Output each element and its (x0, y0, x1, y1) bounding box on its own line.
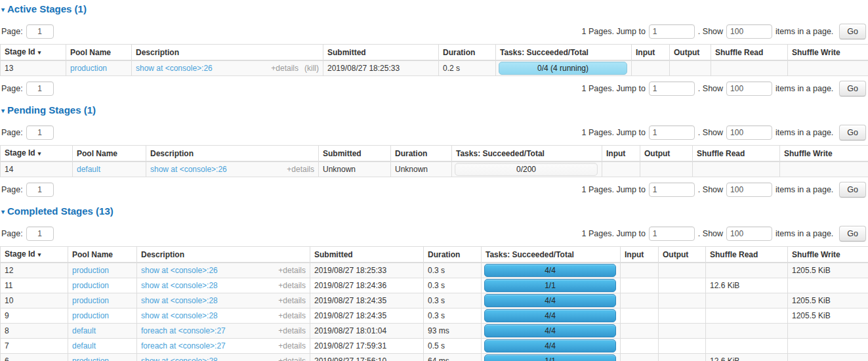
pool-link[interactable]: production (70, 64, 107, 73)
page-number-input[interactable] (26, 81, 54, 96)
details-toggle[interactable]: +details (278, 326, 306, 335)
pages-info-text: 1 Pages. Jump to (582, 229, 646, 238)
jump-to-input[interactable] (649, 125, 695, 140)
description-link[interactable]: show at <console>:28 (141, 296, 218, 305)
column-header-tasks[interactable]: Tasks: Succeeded/Total (452, 146, 602, 162)
column-header-input[interactable]: Input (602, 146, 640, 162)
go-button[interactable]: Go (839, 24, 866, 39)
show-count-input[interactable] (726, 125, 772, 140)
column-header-shuffle-read[interactable]: Shuffle Read (693, 146, 780, 162)
pagination-pending-bottom: Page:1 Pages. Jump to. Showitems in a pa… (0, 177, 868, 202)
items-per-page-label: items in a page. (775, 27, 833, 36)
description-link[interactable]: show at <console>:26 (141, 266, 218, 275)
pool-link[interactable]: production (72, 266, 109, 275)
description-link[interactable]: foreach at <console>:27 (141, 326, 226, 335)
column-header-output[interactable]: Output (670, 45, 711, 61)
page-number-input[interactable] (26, 125, 54, 140)
show-count-input[interactable] (726, 182, 772, 197)
column-header-output[interactable]: Output (640, 146, 693, 162)
kill-link[interactable]: (kill) (304, 64, 319, 73)
go-button[interactable]: Go (839, 182, 866, 198)
page-number-input[interactable] (26, 24, 54, 39)
show-count-input[interactable] (726, 226, 772, 241)
submitted-cell: 2019/08/27 17:59:31 (310, 339, 424, 354)
column-header-input[interactable]: Input (621, 247, 659, 263)
column-header-duration[interactable]: Duration (439, 45, 496, 61)
pool-link[interactable]: production (72, 296, 109, 305)
column-header-submitted[interactable]: Submitted (323, 45, 439, 61)
details-toggle[interactable]: +details (278, 341, 306, 350)
column-header-stage-id[interactable]: Stage Id▾ (1, 146, 73, 162)
column-header-tasks[interactable]: Tasks: Succeeded/Total (482, 247, 621, 263)
pool-link[interactable]: default (72, 326, 96, 335)
column-header-shuffle-write[interactable]: Shuffle Write (780, 146, 868, 162)
column-header-stage-id[interactable]: Stage Id▾ (1, 45, 66, 61)
go-button[interactable]: Go (839, 81, 866, 96)
column-header-shuffle-read[interactable]: Shuffle Read (711, 45, 788, 61)
column-header-shuffle-read[interactable]: Shuffle Read (706, 247, 788, 263)
column-header-submitted[interactable]: Submitted (310, 247, 424, 263)
go-button[interactable]: Go (839, 226, 866, 242)
task-progress-bar: 0/4 (4 running) (499, 62, 627, 75)
table-header-row: Stage Id▾Pool NameDescriptionSubmittedDu… (1, 45, 868, 61)
section-title-text: Pending Stages (1) (7, 104, 96, 116)
duration-cell: Unknown (391, 161, 452, 177)
task-progress-bar: 4/4 (484, 264, 616, 277)
column-header-description[interactable]: Description (132, 45, 323, 61)
description-cell: show at <console>:26+details (146, 161, 319, 177)
show-count-input[interactable] (726, 24, 772, 39)
description-link[interactable]: show at <console>:26 (136, 64, 213, 73)
description-link[interactable]: show at <console>:28 (141, 356, 218, 361)
details-toggle[interactable]: +details (278, 296, 306, 305)
details-toggle[interactable]: +details (271, 64, 299, 73)
details-toggle[interactable]: +details (278, 266, 306, 275)
jump-to-input[interactable] (649, 226, 695, 241)
description-link[interactable]: foreach at <console>:27 (141, 341, 226, 350)
column-header-duration[interactable]: Duration (391, 146, 452, 162)
column-header-stage-id[interactable]: Stage Id▾ (1, 247, 68, 263)
input-cell (621, 293, 659, 308)
column-header-description[interactable]: Description (146, 146, 319, 162)
pool-link[interactable]: default (72, 341, 96, 350)
column-header-tasks[interactable]: Tasks: Succeeded/Total (496, 45, 632, 61)
pool-link[interactable]: production (72, 311, 109, 320)
go-button[interactable]: Go (839, 125, 866, 140)
column-header-shuffle-write[interactable]: Shuffle Write (788, 45, 868, 61)
column-header-pool-name[interactable]: Pool Name (68, 247, 137, 263)
description-link[interactable]: show at <console>:28 (141, 311, 218, 320)
column-header-submitted[interactable]: Submitted (319, 146, 391, 162)
table-row: 10productionshow at <console>:28+details… (1, 293, 868, 308)
column-header-description[interactable]: Description (137, 247, 310, 263)
section-header-active[interactable]: ▾Active Stages (1) (1, 3, 868, 16)
column-header-duration[interactable]: Duration (424, 247, 482, 263)
description-inner: show at <console>:28+details (141, 356, 306, 361)
page-number-input[interactable] (26, 182, 54, 197)
column-header-shuffle-write[interactable]: Shuffle Write (788, 247, 868, 263)
page-number-input[interactable] (26, 226, 54, 241)
show-count-input[interactable] (726, 81, 772, 96)
jump-to-input[interactable] (649, 182, 695, 197)
pool-link[interactable]: production (72, 356, 109, 361)
pool-link[interactable]: default (77, 165, 100, 174)
section-header-pending[interactable]: ▾Pending Stages (1) (1, 104, 868, 117)
column-header-input[interactable]: Input (632, 45, 670, 61)
column-label: Duration (395, 149, 427, 158)
details-toggle[interactable]: +details (278, 281, 306, 290)
details-toggle[interactable]: +details (278, 311, 306, 320)
details-toggle[interactable]: +details (287, 165, 314, 174)
collapse-arrow-icon: ▾ (1, 6, 5, 13)
shuffle-write-cell (780, 161, 868, 177)
stage-id-cell: 12 (1, 263, 68, 278)
pool-link[interactable]: production (72, 281, 109, 290)
page-control: Page: (1, 24, 54, 39)
column-header-output[interactable]: Output (659, 247, 706, 263)
column-header-pool-name[interactable]: Pool Name (73, 146, 146, 162)
section-header-completed[interactable]: ▾Completed Stages (13) (1, 205, 868, 219)
output-cell (659, 324, 706, 339)
description-link[interactable]: show at <console>:28 (141, 281, 218, 290)
description-link[interactable]: show at <console>:26 (150, 165, 227, 174)
details-toggle[interactable]: +details (278, 356, 306, 361)
jump-to-input[interactable] (649, 24, 695, 39)
column-header-pool-name[interactable]: Pool Name (66, 45, 132, 61)
jump-to-input[interactable] (649, 81, 695, 96)
